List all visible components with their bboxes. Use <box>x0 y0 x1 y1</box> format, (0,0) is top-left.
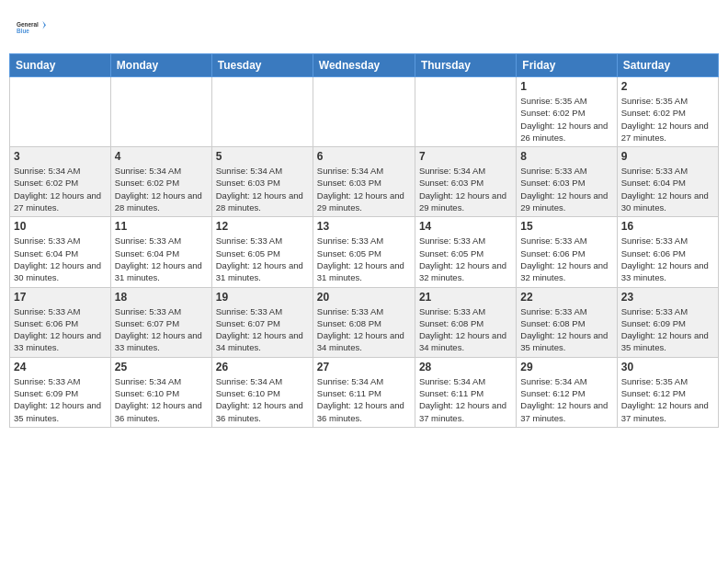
day-number: 20 <box>317 291 411 304</box>
day-number: 12 <box>216 220 309 233</box>
calendar-cell <box>110 77 211 147</box>
weekday-header-saturday: Saturday <box>617 54 718 77</box>
day-info: Sunrise: 5:34 AMSunset: 6:10 PMDaylight:… <box>115 375 208 424</box>
calendar-cell: 21Sunrise: 5:33 AMSunset: 6:08 PMDayligh… <box>415 287 516 357</box>
weekday-header-tuesday: Tuesday <box>211 54 313 77</box>
day-info: Sunrise: 5:35 AMSunset: 6:02 PMDaylight:… <box>621 95 714 144</box>
week-row-3: 10Sunrise: 5:33 AMSunset: 6:04 PMDayligh… <box>10 217 719 287</box>
calendar-cell: 20Sunrise: 5:33 AMSunset: 6:08 PMDayligh… <box>313 287 415 357</box>
day-info: Sunrise: 5:34 AMSunset: 6:12 PMDaylight:… <box>520 375 612 424</box>
day-number: 22 <box>520 291 612 304</box>
weekday-header-thursday: Thursday <box>415 54 516 77</box>
calendar-cell: 4Sunrise: 5:34 AMSunset: 6:02 PMDaylight… <box>110 147 211 217</box>
day-info: Sunrise: 5:34 AMSunset: 6:03 PMDaylight:… <box>317 165 411 213</box>
calendar-cell: 22Sunrise: 5:33 AMSunset: 6:08 PMDayligh… <box>517 287 617 357</box>
calendar-cell: 2Sunrise: 5:35 AMSunset: 6:02 PMDaylight… <box>617 77 718 147</box>
day-info: Sunrise: 5:33 AMSunset: 6:07 PMDaylight:… <box>216 305 309 354</box>
day-info: Sunrise: 5:35 AMSunset: 6:12 PMDaylight:… <box>621 375 714 424</box>
svg-marker-2 <box>42 21 46 29</box>
calendar-cell: 7Sunrise: 5:34 AMSunset: 6:03 PMDaylight… <box>415 147 516 217</box>
day-info: Sunrise: 5:33 AMSunset: 6:08 PMDaylight:… <box>419 305 512 354</box>
day-info: Sunrise: 5:34 AMSunset: 6:03 PMDaylight:… <box>419 165 512 213</box>
calendar-cell <box>211 77 313 147</box>
day-info: Sunrise: 5:33 AMSunset: 6:09 PMDaylight:… <box>621 305 714 354</box>
day-number: 9 <box>621 150 714 163</box>
week-row-1: 1Sunrise: 5:35 AMSunset: 6:02 PMDaylight… <box>10 77 719 147</box>
day-info: Sunrise: 5:35 AMSunset: 6:02 PMDaylight:… <box>520 95 612 144</box>
day-info: Sunrise: 5:33 AMSunset: 6:03 PMDaylight:… <box>520 165 612 213</box>
day-number: 29 <box>520 361 612 373</box>
day-info: Sunrise: 5:33 AMSunset: 6:04 PMDaylight:… <box>14 235 107 283</box>
weekday-header-wednesday: Wednesday <box>313 54 415 77</box>
day-number: 13 <box>317 220 411 233</box>
calendar-cell: 8Sunrise: 5:33 AMSunset: 6:03 PMDaylight… <box>517 147 617 217</box>
weekday-header-sunday: Sunday <box>10 54 111 77</box>
calendar-cell: 15Sunrise: 5:33 AMSunset: 6:06 PMDayligh… <box>517 217 617 287</box>
calendar-cell <box>313 77 415 147</box>
day-info: Sunrise: 5:33 AMSunset: 6:05 PMDaylight:… <box>317 235 411 283</box>
calendar-cell: 10Sunrise: 5:33 AMSunset: 6:04 PMDayligh… <box>10 217 111 287</box>
day-number: 26 <box>216 361 309 373</box>
day-number: 24 <box>14 361 107 373</box>
day-number: 25 <box>115 361 208 373</box>
day-info: Sunrise: 5:33 AMSunset: 6:04 PMDaylight:… <box>115 235 208 283</box>
week-row-5: 24Sunrise: 5:33 AMSunset: 6:09 PMDayligh… <box>10 357 719 427</box>
logo-icon: General Blue <box>17 13 46 42</box>
day-number: 2 <box>621 80 714 93</box>
day-info: Sunrise: 5:33 AMSunset: 6:07 PMDaylight:… <box>115 305 208 354</box>
day-number: 21 <box>419 291 512 304</box>
day-info: Sunrise: 5:34 AMSunset: 6:11 PMDaylight:… <box>317 375 411 424</box>
calendar-cell: 23Sunrise: 5:33 AMSunset: 6:09 PMDayligh… <box>617 287 718 357</box>
calendar-cell: 26Sunrise: 5:34 AMSunset: 6:10 PMDayligh… <box>211 357 313 427</box>
calendar-cell: 17Sunrise: 5:33 AMSunset: 6:06 PMDayligh… <box>10 287 111 357</box>
day-info: Sunrise: 5:34 AMSunset: 6:03 PMDaylight:… <box>216 165 309 213</box>
calendar-cell: 19Sunrise: 5:33 AMSunset: 6:07 PMDayligh… <box>211 287 313 357</box>
logo: General Blue <box>17 13 46 42</box>
calendar-cell: 1Sunrise: 5:35 AMSunset: 6:02 PMDaylight… <box>517 77 617 147</box>
day-info: Sunrise: 5:33 AMSunset: 6:06 PMDaylight:… <box>14 305 107 354</box>
day-number: 11 <box>115 220 208 233</box>
calendar-cell <box>10 77 111 147</box>
day-info: Sunrise: 5:33 AMSunset: 6:06 PMDaylight:… <box>621 235 714 283</box>
day-info: Sunrise: 5:33 AMSunset: 6:05 PMDaylight:… <box>216 235 309 283</box>
calendar-cell: 5Sunrise: 5:34 AMSunset: 6:03 PMDaylight… <box>211 147 313 217</box>
day-info: Sunrise: 5:33 AMSunset: 6:05 PMDaylight:… <box>419 235 512 283</box>
day-number: 19 <box>216 291 309 304</box>
week-row-4: 17Sunrise: 5:33 AMSunset: 6:06 PMDayligh… <box>10 287 719 357</box>
calendar-cell: 6Sunrise: 5:34 AMSunset: 6:03 PMDaylight… <box>313 147 415 217</box>
day-number: 10 <box>14 220 107 233</box>
day-info: Sunrise: 5:34 AMSunset: 6:11 PMDaylight:… <box>419 375 512 424</box>
calendar-cell: 29Sunrise: 5:34 AMSunset: 6:12 PMDayligh… <box>517 357 617 427</box>
calendar-cell: 13Sunrise: 5:33 AMSunset: 6:05 PMDayligh… <box>313 217 415 287</box>
calendar-cell: 9Sunrise: 5:33 AMSunset: 6:04 PMDaylight… <box>617 147 718 217</box>
calendar-cell: 28Sunrise: 5:34 AMSunset: 6:11 PMDayligh… <box>415 357 516 427</box>
day-number: 18 <box>115 291 208 304</box>
day-info: Sunrise: 5:33 AMSunset: 6:08 PMDaylight:… <box>520 305 612 354</box>
week-row-2: 3Sunrise: 5:34 AMSunset: 6:02 PMDaylight… <box>10 147 719 217</box>
svg-text:General: General <box>17 21 39 28</box>
day-number: 8 <box>520 150 612 163</box>
day-info: Sunrise: 5:34 AMSunset: 6:02 PMDaylight:… <box>115 165 208 213</box>
calendar-cell: 14Sunrise: 5:33 AMSunset: 6:05 PMDayligh… <box>415 217 516 287</box>
calendar-cell: 25Sunrise: 5:34 AMSunset: 6:10 PMDayligh… <box>110 357 211 427</box>
day-number: 27 <box>317 361 411 373</box>
calendar-cell: 24Sunrise: 5:33 AMSunset: 6:09 PMDayligh… <box>10 357 111 427</box>
day-number: 6 <box>317 150 411 163</box>
day-info: Sunrise: 5:34 AMSunset: 6:02 PMDaylight:… <box>14 165 107 213</box>
day-number: 3 <box>14 150 107 163</box>
calendar-cell: 3Sunrise: 5:34 AMSunset: 6:02 PMDaylight… <box>10 147 111 217</box>
day-info: Sunrise: 5:33 AMSunset: 6:04 PMDaylight:… <box>621 165 714 213</box>
day-number: 1 <box>520 80 612 93</box>
svg-text:Blue: Blue <box>17 28 29 34</box>
calendar-cell: 16Sunrise: 5:33 AMSunset: 6:06 PMDayligh… <box>617 217 718 287</box>
day-number: 17 <box>14 291 107 304</box>
day-number: 5 <box>216 150 309 163</box>
day-number: 30 <box>621 361 714 373</box>
day-number: 23 <box>621 291 714 304</box>
calendar-table: SundayMondayTuesdayWednesdayThursdayFrid… <box>9 53 719 428</box>
day-info: Sunrise: 5:33 AMSunset: 6:08 PMDaylight:… <box>317 305 411 354</box>
weekday-header-friday: Friday <box>517 54 617 77</box>
day-number: 28 <box>419 361 512 373</box>
calendar-cell: 27Sunrise: 5:34 AMSunset: 6:11 PMDayligh… <box>313 357 415 427</box>
day-number: 4 <box>115 150 208 163</box>
